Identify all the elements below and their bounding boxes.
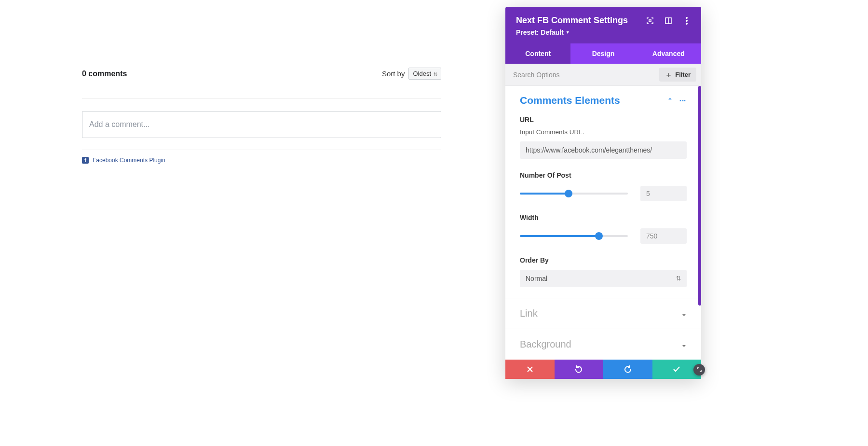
tab-bar: Content Design Advanced [505,43,701,64]
select-caret-icon: ⇅ [676,275,681,282]
section-title: Comments Elements [520,95,620,106]
facebook-icon: f [82,157,89,164]
preview-top: 0 comments Sort by Oldest ⇅ [82,68,441,98]
preset-label: Preset: Default [516,28,564,36]
order-by-label: Order By [520,256,687,264]
chevron-down-icon: ⌄ [681,341,687,348]
section-link[interactable]: Link ⌄ [505,298,701,329]
split-view-icon[interactable] [665,17,672,25]
chevron-up-icon[interactable]: ⌃ [667,97,673,104]
filter-label: Filter [675,71,691,78]
number-of-post-value[interactable] [640,186,687,201]
filter-button[interactable]: ＋ Filter [659,68,696,82]
svg-rect-0 [649,20,651,22]
action-bar [505,360,701,379]
preset-selector[interactable]: Preset: Default ▼ [516,28,570,36]
sort-by: Sort by Oldest ⇅ [382,68,441,80]
section-comments-elements: URL Input Comments URL. Number Of Post W… [505,110,701,298]
section-title: Link [520,308,538,319]
panel-body: Comments Elements ⌃ ⋮ URL Input Comments… [505,86,701,360]
section-title: Background [520,339,571,350]
width-slider[interactable] [520,235,628,237]
slider-thumb[interactable] [595,232,603,240]
svg-point-5 [686,23,687,24]
tab-content[interactable]: Content [505,43,570,64]
number-of-post-control [520,186,687,201]
redo-button[interactable] [603,360,652,379]
tab-design[interactable]: Design [570,43,636,64]
focus-icon[interactable] [646,17,654,25]
comments-preview: 0 comments Sort by Oldest ⇅ Add a commen… [82,68,441,164]
sort-by-label: Sort by [382,70,405,78]
resize-handle[interactable] [693,364,705,376]
svg-point-4 [686,20,687,21]
sort-caret-icon: ⇅ [434,71,437,76]
add-comment-input[interactable]: Add a comment... [82,111,441,138]
sort-by-select[interactable]: Oldest ⇅ [408,68,441,80]
undo-button[interactable] [555,360,604,379]
number-of-post-label: Number Of Post [520,171,687,179]
search-row: ＋ Filter [505,64,701,86]
width-label: Width [520,214,687,222]
section-background[interactable]: Background ⌄ [505,329,701,360]
width-control [520,228,687,244]
url-label: URL [520,116,687,124]
cancel-button[interactable] [505,360,555,379]
comments-count: 0 comments [82,70,127,78]
scrollbar[interactable] [698,86,701,306]
section-comments-elements-header[interactable]: Comments Elements ⌃ ⋮ [505,86,701,110]
number-of-post-slider[interactable] [520,193,628,195]
more-options-icon[interactable] [683,17,691,25]
preview-footer: f Facebook Comments Plugin [82,150,441,164]
svg-point-3 [686,17,687,18]
panel-title: Next FB Comment Settings [516,15,628,26]
settings-panel: Next FB Comment Settings Preset: Default… [505,7,701,379]
order-by-select[interactable]: Normal ⇅ [520,270,687,287]
url-input[interactable] [520,141,687,159]
header-actions [646,17,691,25]
plus-icon: ＋ [665,71,672,78]
caret-down-icon: ▼ [566,30,570,35]
sort-selected-value: Oldest [413,70,431,77]
section-more-icon[interactable]: ⋮ [679,98,687,103]
order-by-value: Normal [526,275,547,282]
panel-header: Next FB Comment Settings Preset: Default… [505,7,701,43]
tab-advanced[interactable]: Advanced [636,43,701,64]
fb-comments-plugin-link[interactable]: Facebook Comments Plugin [93,157,165,164]
chevron-down-icon: ⌄ [681,310,687,317]
slider-thumb[interactable] [565,190,572,197]
width-value[interactable] [640,228,687,244]
search-input[interactable] [505,64,659,85]
url-hint: Input Comments URL. [520,128,687,136]
